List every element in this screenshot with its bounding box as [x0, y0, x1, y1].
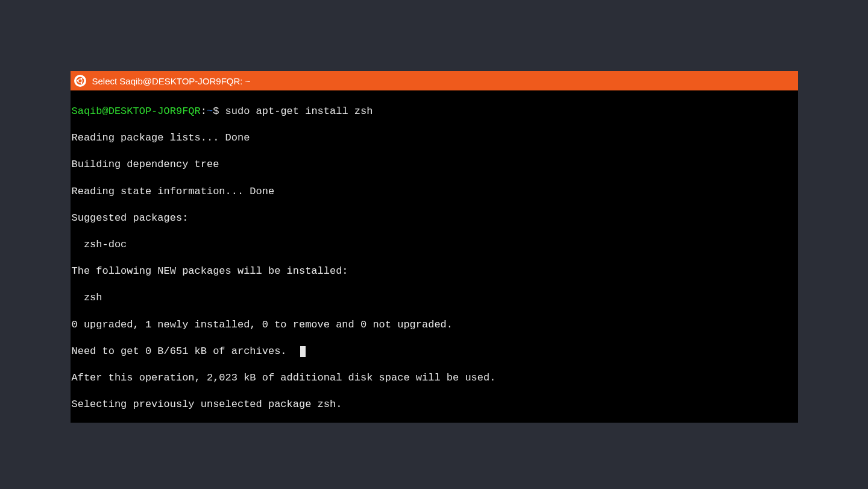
window-title: Select Saqib@DESKTOP-JOR9FQR: ~ [92, 76, 251, 86]
titlebar[interactable]: Select Saqib@DESKTOP-JOR9FQR: ~ [71, 71, 798, 90]
output-line: Reading state information... Done [71, 185, 798, 198]
output-line: Reading package lists... Done [71, 131, 798, 145]
terminal-body[interactable]: Saqib@DESKTOP-JOR9FQR:~$ sudo apt-get in… [71, 90, 798, 423]
prompt-path: ~ [207, 106, 213, 117]
prompt-line: Saqib@DESKTOP-JOR9FQR:~$ sudo apt-get in… [71, 105, 798, 118]
output-line: Suggested packages: [71, 212, 798, 225]
output-line: Selecting previously unselected package … [71, 398, 798, 411]
prompt-user: Saqib@DESKTOP-JOR9FQR [72, 106, 201, 117]
output-line: zsh-doc [71, 238, 798, 251]
output-line: 0 upgraded, 1 newly installed, 0 to remo… [71, 318, 798, 332]
output-text: Need to get 0 B/651 kB of archives. [72, 345, 299, 357]
output-line: The following NEW packages will be insta… [71, 265, 798, 278]
ubuntu-icon [74, 75, 86, 87]
output-line: zsh [71, 291, 798, 304]
output-line: After this operation, 2,023 kB of additi… [71, 371, 798, 385]
cursor-icon [300, 346, 306, 357]
command-text: sudo apt-get install zsh [219, 106, 373, 117]
prompt-separator: : [201, 106, 207, 117]
output-line: Need to get 0 B/651 kB of archives. [71, 345, 798, 358]
terminal-window: Select Saqib@DESKTOP-JOR9FQR: ~ Saqib@DE… [71, 71, 798, 423]
prompt-symbol: $ [213, 106, 219, 117]
output-line: Building dependency tree [71, 158, 798, 171]
